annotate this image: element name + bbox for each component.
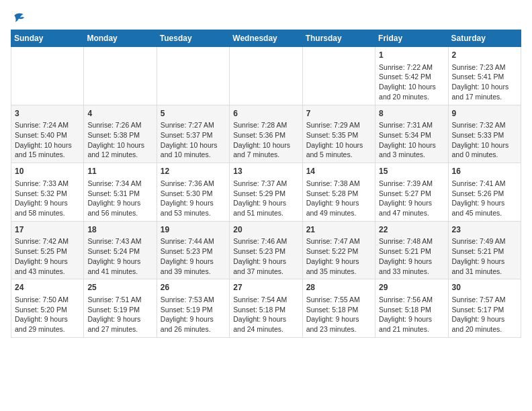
calendar-table: SundayMondayTuesdayWednesdayThursdayFrid…	[11, 30, 521, 338]
day-number: 24	[15, 282, 80, 293]
cell-info-line: Sunrise: 7:38 AM	[306, 179, 371, 189]
cell-info-line: Sunrise: 7:51 AM	[87, 295, 152, 305]
cell-info-line: Sunset: 5:34 PM	[379, 130, 444, 140]
cell-info-line: Sunset: 5:23 PM	[161, 246, 226, 257]
cell-info-line: Sunset: 5:37 PM	[161, 130, 226, 140]
day-number: 6	[233, 108, 298, 120]
cell-info-line: Sunset: 5:22 PM	[306, 246, 371, 257]
cell-info-line: Daylight: 10 hours and 10 minutes.	[161, 140, 226, 160]
cell-info-line: Daylight: 9 hours and 39 minutes.	[161, 257, 226, 276]
day-number: 29	[379, 282, 444, 293]
cell-info-line: Daylight: 10 hours and 0 minutes.	[452, 140, 517, 160]
calendar-cell: 17Sunrise: 7:42 AMSunset: 5:25 PMDayligh…	[11, 221, 84, 279]
day-number: 17	[15, 224, 80, 236]
calendar-day-header: Tuesday	[157, 30, 229, 47]
calendar-cell: 6Sunrise: 7:28 AMSunset: 5:36 PMDaylight…	[230, 105, 302, 163]
calendar-cell	[302, 47, 375, 105]
day-number: 9	[452, 108, 517, 120]
calendar-cell	[11, 47, 84, 105]
cell-info-line: Daylight: 9 hours and 35 minutes.	[306, 257, 371, 276]
cell-info-line: Daylight: 10 hours and 5 minutes.	[306, 140, 371, 160]
calendar-cell	[230, 47, 302, 105]
cell-info-line: Sunrise: 7:27 AM	[161, 120, 226, 130]
day-number: 7	[306, 108, 371, 120]
day-number: 12	[161, 166, 226, 177]
cell-info-line: Sunset: 5:26 PM	[452, 189, 517, 199]
cell-info-line: Sunrise: 7:50 AM	[15, 295, 80, 305]
cell-info-line: Sunrise: 7:29 AM	[306, 120, 371, 130]
cell-info-line: Sunrise: 7:26 AM	[87, 120, 152, 130]
day-number: 4	[87, 108, 152, 120]
cell-info-line: Daylight: 9 hours and 20 minutes.	[452, 314, 517, 334]
day-number: 5	[161, 108, 226, 120]
day-number: 25	[87, 282, 152, 293]
day-number: 15	[379, 166, 444, 177]
day-number: 2	[452, 50, 517, 61]
calendar-cell: 22Sunrise: 7:48 AMSunset: 5:21 PMDayligh…	[375, 221, 448, 279]
cell-info-line: Sunset: 5:28 PM	[306, 189, 371, 199]
cell-info-line: Daylight: 10 hours and 7 minutes.	[233, 140, 298, 160]
cell-info-line: Sunrise: 7:22 AM	[379, 62, 444, 73]
cell-info-line: Sunset: 5:29 PM	[233, 189, 298, 199]
calendar-cell: 5Sunrise: 7:27 AMSunset: 5:37 PMDaylight…	[157, 105, 229, 163]
cell-info-line: Sunset: 5:42 PM	[379, 72, 444, 82]
cell-info-line: Daylight: 9 hours and 26 minutes.	[161, 314, 226, 334]
calendar-cell: 24Sunrise: 7:50 AMSunset: 5:20 PMDayligh…	[11, 279, 84, 338]
day-number: 23	[452, 224, 517, 236]
cell-info-line: Daylight: 9 hours and 47 minutes.	[379, 198, 444, 218]
cell-info-line: Sunrise: 7:56 AM	[379, 295, 444, 305]
cell-info-line: Sunrise: 7:47 AM	[306, 236, 371, 246]
cell-info-line: Daylight: 10 hours and 12 minutes.	[87, 140, 152, 160]
cell-info-line: Sunset: 5:18 PM	[306, 305, 371, 315]
calendar-day-header: Saturday	[448, 30, 521, 47]
day-number: 10	[15, 166, 80, 177]
cell-info-line: Sunset: 5:38 PM	[87, 130, 152, 140]
calendar-cell: 7Sunrise: 7:29 AMSunset: 5:35 PMDaylight…	[302, 105, 375, 163]
cell-info-line: Sunset: 5:25 PM	[15, 246, 80, 257]
cell-info-line: Daylight: 9 hours and 49 minutes.	[306, 198, 371, 218]
calendar-week-row: 17Sunrise: 7:42 AMSunset: 5:25 PMDayligh…	[11, 221, 521, 279]
cell-info-line: Sunset: 5:36 PM	[233, 130, 298, 140]
cell-info-line: Daylight: 10 hours and 3 minutes.	[379, 140, 444, 160]
calendar-cell: 13Sunrise: 7:37 AMSunset: 5:29 PMDayligh…	[230, 163, 302, 222]
cell-info-line: Sunrise: 7:34 AM	[87, 179, 152, 189]
calendar-cell: 1Sunrise: 7:22 AMSunset: 5:42 PMDaylight…	[375, 47, 448, 105]
cell-info-line: Sunrise: 7:54 AM	[233, 295, 298, 305]
cell-info-line: Sunrise: 7:44 AM	[161, 236, 226, 246]
calendar-cell: 3Sunrise: 7:24 AMSunset: 5:40 PMDaylight…	[11, 105, 84, 163]
calendar-cell: 28Sunrise: 7:55 AMSunset: 5:18 PMDayligh…	[302, 279, 375, 338]
calendar-cell: 10Sunrise: 7:33 AMSunset: 5:32 PMDayligh…	[11, 163, 84, 222]
cell-info-line: Daylight: 9 hours and 58 minutes.	[15, 198, 80, 218]
day-number: 1	[379, 50, 444, 61]
cell-info-line: Sunset: 5:30 PM	[161, 189, 226, 199]
day-number: 20	[233, 224, 298, 236]
calendar-cell	[157, 47, 229, 105]
calendar-cell: 30Sunrise: 7:57 AMSunset: 5:17 PMDayligh…	[448, 279, 521, 338]
day-number: 14	[306, 166, 371, 177]
cell-info-line: Sunset: 5:17 PM	[452, 305, 517, 315]
cell-info-line: Sunset: 5:27 PM	[379, 189, 444, 199]
calendar-cell: 11Sunrise: 7:34 AMSunset: 5:31 PMDayligh…	[84, 163, 157, 222]
cell-info-line: Daylight: 9 hours and 31 minutes.	[452, 257, 517, 276]
calendar-cell: 19Sunrise: 7:44 AMSunset: 5:23 PMDayligh…	[157, 221, 229, 279]
page-header	[11, 11, 521, 24]
day-number: 16	[452, 166, 517, 177]
calendar-cell: 9Sunrise: 7:32 AMSunset: 5:33 PMDaylight…	[448, 105, 521, 163]
cell-info-line: Sunrise: 7:55 AM	[306, 295, 371, 305]
calendar-cell: 8Sunrise: 7:31 AMSunset: 5:34 PMDaylight…	[375, 105, 448, 163]
cell-info-line: Sunset: 5:18 PM	[379, 305, 444, 315]
calendar-cell: 18Sunrise: 7:43 AMSunset: 5:24 PMDayligh…	[84, 221, 157, 279]
cell-info-line: Daylight: 10 hours and 20 minutes.	[379, 82, 444, 101]
cell-info-line: Daylight: 9 hours and 37 minutes.	[233, 257, 298, 276]
day-number: 26	[161, 282, 226, 293]
cell-info-line: Daylight: 9 hours and 24 minutes.	[233, 314, 298, 334]
cell-info-line: Sunset: 5:19 PM	[87, 305, 152, 315]
day-number: 13	[233, 166, 298, 177]
calendar-cell	[84, 47, 157, 105]
calendar-cell: 29Sunrise: 7:56 AMSunset: 5:18 PMDayligh…	[375, 279, 448, 338]
day-number: 22	[379, 224, 444, 236]
calendar-cell: 4Sunrise: 7:26 AMSunset: 5:38 PMDaylight…	[84, 105, 157, 163]
cell-info-line: Sunrise: 7:33 AM	[15, 179, 80, 189]
calendar-week-row: 24Sunrise: 7:50 AMSunset: 5:20 PMDayligh…	[11, 279, 521, 338]
cell-info-line: Daylight: 9 hours and 27 minutes.	[87, 314, 152, 334]
